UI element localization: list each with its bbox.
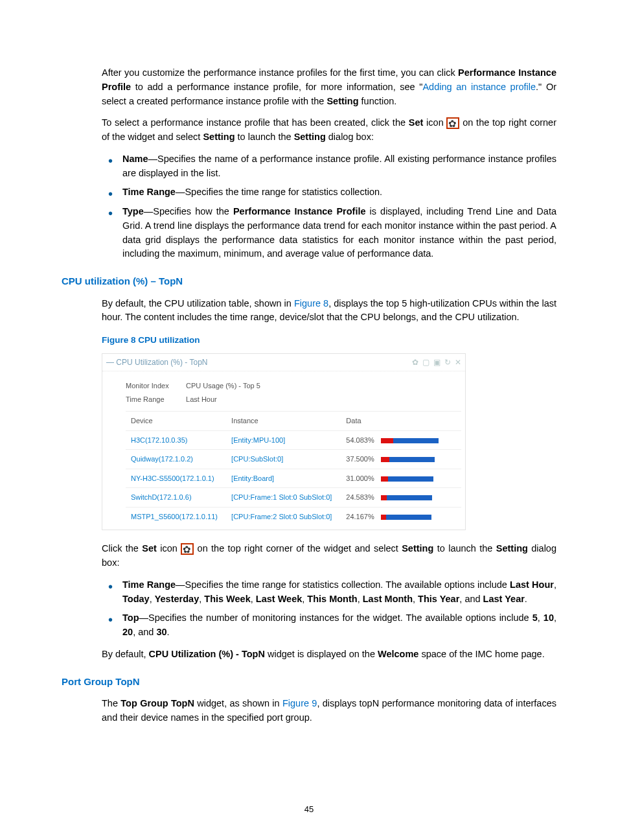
- instance-cell[interactable]: [Entity:Board]: [226, 469, 341, 488]
- col-device: Device: [126, 412, 226, 431]
- bold: Performance Instance Profile: [233, 206, 366, 216]
- link-figure-9[interactable]: Figure 9: [282, 698, 317, 708]
- bar-chart-icon: [381, 457, 452, 462]
- bullet-list: Time Range—Specifies the time range for …: [102, 578, 556, 640]
- bold: CPU Utilization (%) - TopN: [149, 649, 265, 659]
- gear-icon: [446, 117, 459, 129]
- text: space of the IMC home page.: [418, 649, 544, 659]
- text: To select a performance instance profile…: [102, 117, 409, 128]
- text: .: [525, 594, 527, 604]
- value: CPU Usage (%) - Top 5: [186, 382, 260, 390]
- widget-header: — CPU Utilization (%) - TopN ✿ ▢ ▣ ↻ ✕: [102, 354, 465, 371]
- bold: 20: [122, 627, 133, 637]
- bold: 30: [156, 627, 166, 637]
- value: Last Hour: [186, 395, 217, 403]
- bar-chart-icon: [381, 515, 452, 520]
- text: function.: [359, 96, 397, 106]
- device-cell[interactable]: Quidway(172.1.0.2): [126, 450, 226, 469]
- paragraph: Click the Set icon on the top right corn…: [102, 542, 556, 570]
- text: By default,: [102, 649, 149, 659]
- bar-chart-icon: [381, 476, 452, 482]
- maximize-icon[interactable]: ▣: [433, 356, 441, 368]
- list-item: Time Range—Specifies the time range for …: [117, 578, 556, 607]
- data-cell: 54.083%: [341, 430, 461, 450]
- text: , and: [133, 627, 156, 637]
- bold: Time Range: [122, 579, 176, 590]
- text: —Specifies the time range for statistics…: [176, 579, 510, 590]
- text: —Specifies the number of monitoring inst…: [139, 612, 532, 623]
- link-figure-8[interactable]: Figure 8: [294, 298, 328, 309]
- data-cell: 31.000%: [341, 469, 461, 488]
- bold: Last Year: [483, 594, 525, 604]
- paragraph: After you customize the performance inst…: [102, 66, 556, 108]
- refresh-icon[interactable]: ↻: [444, 356, 451, 368]
- close-icon[interactable]: ✕: [455, 356, 461, 368]
- text: —Specifies the name of a performance ins…: [122, 154, 556, 178]
- data-cell: 24.583%: [341, 488, 461, 508]
- text: .: [167, 627, 170, 637]
- table-row: MSTP1_S5600(172.1.0.11)[CPU:Frame:2 Slot…: [126, 507, 461, 526]
- text: The: [102, 698, 120, 708]
- table-row: SwitchD(172.1.0.6)[CPU:Frame:1 Slot:0 Su…: [126, 488, 461, 508]
- bold: Top Group TopN: [120, 698, 194, 708]
- text: —Specifies how the: [144, 206, 233, 216]
- instance-cell[interactable]: [CPU:Frame:2 Slot:0 SubSlot:0]: [226, 507, 341, 526]
- text: By default, the CPU utilization table, s…: [102, 298, 294, 309]
- gear-icon[interactable]: ✿: [412, 356, 418, 368]
- bold: Top: [122, 612, 139, 623]
- device-cell[interactable]: SwitchD(172.1.0.6): [126, 488, 226, 508]
- page-number: 45: [62, 803, 556, 816]
- label: Time Range: [126, 394, 184, 405]
- col-data: Data: [341, 412, 461, 431]
- widget-title: — CPU Utilization (%) - TopN: [106, 356, 408, 368]
- data-cell: 37.500%: [341, 450, 461, 469]
- heading-cpu-utilization: CPU utilization (%) – TopN: [62, 274, 556, 289]
- device-cell[interactable]: H3C(172.10.0.35): [126, 430, 226, 450]
- list-item: Type—Specifies how the Performance Insta…: [117, 205, 556, 261]
- bold: 5: [532, 612, 538, 623]
- bold: Setting: [203, 132, 235, 142]
- instance-cell[interactable]: [CPU:SubSlot:0]: [226, 450, 341, 469]
- text: icon: [423, 117, 446, 128]
- bold: Set: [409, 117, 424, 128]
- text: to add a performance instance profile, f…: [131, 82, 422, 92]
- bar-chart-icon: [381, 438, 452, 443]
- bold: Setting: [326, 96, 358, 106]
- text: —Specifies the time range for statistics…: [176, 187, 382, 197]
- device-cell[interactable]: NY-H3C-S5500(172.1.0.1): [126, 469, 226, 488]
- minimize-icon[interactable]: ▢: [422, 356, 429, 368]
- text: After you customize the performance inst…: [102, 67, 458, 78]
- text: Click the: [102, 543, 142, 554]
- paragraph: By default, the CPU utilization table, s…: [102, 297, 556, 325]
- bold: 10: [544, 612, 554, 623]
- table-row: Quidway(172.1.0.2)[CPU:SubSlot:0]37.500%: [126, 450, 461, 469]
- bold: Time Range: [122, 187, 176, 197]
- table-row: NY-H3C-S5500(172.1.0.1)[Entity:Board]31.…: [126, 469, 461, 488]
- meta-monitor-index: Monitor Index CPU Usage (%) - Top 5: [126, 380, 461, 391]
- figure-caption: Figure 8 CPU utilization: [102, 334, 556, 347]
- text: to launch the: [433, 543, 496, 554]
- bold: Setting: [294, 132, 326, 142]
- bold: Setting: [402, 543, 433, 554]
- col-instance: Instance: [226, 412, 341, 431]
- bold: Name: [122, 154, 148, 164]
- instance-cell[interactable]: [Entity:MPU-100]: [226, 430, 341, 450]
- list-item: Name—Specifies the name of a performance…: [117, 152, 556, 181]
- bold: Welcome: [378, 649, 418, 659]
- paragraph: By default, CPU Utilization (%) - TopN w…: [102, 648, 556, 662]
- instance-cell[interactable]: [CPU:Frame:1 Slot:0 SubSlot:0]: [226, 488, 341, 508]
- text: icon: [157, 543, 181, 554]
- bold: Setting: [496, 543, 528, 554]
- label: Monitor Index: [126, 380, 184, 391]
- text: , and: [459, 594, 483, 604]
- table-row: H3C(172.10.0.35)[Entity:MPU-100]54.083%: [126, 430, 461, 450]
- device-cell[interactable]: MSTP1_S5600(172.1.0.11): [126, 507, 226, 526]
- bullet-list: Name—Specifies the name of a performance…: [102, 152, 556, 261]
- text: to launch the: [235, 132, 294, 142]
- cpu-utilization-widget: — CPU Utilization (%) - TopN ✿ ▢ ▣ ↻ ✕ M…: [102, 353, 466, 530]
- text: widget, as shown in: [194, 698, 282, 708]
- text: widget is displayed on the: [265, 649, 378, 659]
- link-adding-instance-profile[interactable]: Adding an instance profile: [422, 82, 536, 92]
- list-item: Time Range—Specifies the time range for …: [117, 185, 556, 200]
- gear-icon: [181, 543, 194, 555]
